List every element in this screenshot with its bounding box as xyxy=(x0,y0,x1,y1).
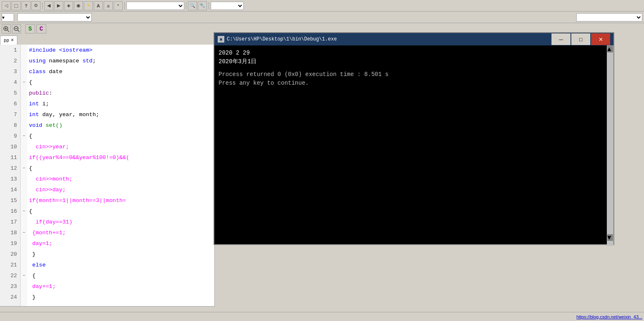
zoom-in-btn[interactable] xyxy=(2,24,11,33)
code-line-7[interactable]: int day, year, month; xyxy=(29,109,214,120)
next-btn[interactable]: ▶ xyxy=(54,1,63,10)
svg-line-1 xyxy=(7,30,9,32)
tab-name: pp xyxy=(4,38,9,43)
file-tab[interactable]: pp × xyxy=(0,36,17,45)
small-dropdown[interactable]: ▼ xyxy=(2,13,14,21)
code-line-14[interactable]: cin>>day; xyxy=(29,184,214,195)
code-line-9[interactable]: { xyxy=(29,131,214,141)
back-btn[interactable]: ◁ xyxy=(2,1,11,10)
fold-marker-12[interactable]: − xyxy=(21,163,27,174)
code-segment: #include <iostream> xyxy=(29,47,93,53)
tool-btn[interactable]: 🔧 xyxy=(198,1,207,10)
code-line-21[interactable]: else xyxy=(29,259,214,270)
svg-line-5 xyxy=(18,30,19,32)
code-line-3[interactable]: class date xyxy=(29,66,214,77)
line-number-7: 7 xyxy=(0,109,20,120)
bookmark-btn[interactable]: ◈ xyxy=(64,1,73,10)
zoom-out-btn[interactable] xyxy=(12,24,21,33)
code-line-16[interactable]: { xyxy=(29,206,214,216)
code-line-17[interactable]: if(day==31) xyxy=(29,216,214,227)
code-line-13[interactable]: cin>>month; xyxy=(29,174,214,184)
code-line-23[interactable]: day+=1; xyxy=(29,281,214,292)
code-line-6[interactable]: int i; xyxy=(29,98,214,109)
code-line-20[interactable]: } xyxy=(29,249,214,259)
code-segment: class xyxy=(29,69,46,75)
line-number-3: 3 xyxy=(0,66,20,77)
code-content[interactable]: #include <iostream>using namespace std;c… xyxy=(27,45,214,317)
fold-marker-8 xyxy=(21,120,27,131)
line-number-9: 9 xyxy=(0,131,20,141)
console-line-1: 2020年3月1日 xyxy=(219,57,609,66)
fold-marker-22[interactable]: − xyxy=(21,270,27,281)
toolbar-2: ▼ xyxy=(0,12,644,23)
line-number-1: 1 xyxy=(0,45,20,55)
fold-marker-4[interactable]: − xyxy=(21,77,27,88)
h-scrollbar[interactable] xyxy=(0,306,215,312)
code-line-19[interactable]: day=1; xyxy=(29,238,214,249)
code-line-8[interactable]: void set() xyxy=(29,120,214,131)
search-btn[interactable]: 🔍 xyxy=(188,1,197,10)
fold-marker-9[interactable]: − xyxy=(21,131,27,141)
line-number-24: 24 xyxy=(0,292,20,302)
status-url[interactable]: https://blog.csdn.net/weixin_43... xyxy=(576,314,642,319)
code-segment: date xyxy=(46,69,63,75)
code-line-10[interactable]: cin>>year; xyxy=(29,141,214,152)
code-segment: else xyxy=(29,262,46,268)
line-number-13: 13 xyxy=(0,174,20,184)
zoom-out-icon xyxy=(13,26,20,32)
prev-btn[interactable]: ◀ xyxy=(44,1,53,10)
code-line-2[interactable]: using namespace std; xyxy=(29,55,214,66)
fold-marker-16[interactable]: − xyxy=(21,206,27,216)
code-segment: void xyxy=(29,122,42,128)
code-segment: day+=1; xyxy=(29,283,56,290)
console-minimize-btn[interactable]: ─ xyxy=(551,33,570,45)
highlight-btn[interactable]: ✎ xyxy=(84,1,93,10)
code-line-5[interactable]: public: xyxy=(29,88,214,98)
case-a-btn[interactable]: A xyxy=(94,1,103,10)
scroll-down-btn[interactable]: ▼ xyxy=(607,234,613,241)
console-close-btn[interactable]: ✕ xyxy=(591,33,610,45)
fold-marker-7 xyxy=(21,109,27,120)
code-line-22[interactable]: { xyxy=(29,270,214,281)
fold-marker-20 xyxy=(21,249,27,259)
line-number-23: 23 xyxy=(0,281,20,292)
settings-btn[interactable]: ⚙ xyxy=(31,1,40,10)
build-dropdown[interactable] xyxy=(211,2,244,10)
code-segment: {month+=1; xyxy=(29,230,66,236)
console-body: 2020 2 292020年3月1日Process returned 0 (0x… xyxy=(214,45,613,244)
tab-bar: pp × xyxy=(0,35,215,45)
code-line-1[interactable]: #include <iostream> xyxy=(29,45,214,55)
scroll-up-btn[interactable]: ▲ xyxy=(607,46,613,52)
code-segment: if(month==1||month==3||month= xyxy=(29,197,126,204)
code-segment: day=1; xyxy=(29,240,52,247)
regex-btn[interactable]: * xyxy=(114,1,123,10)
code-line-4[interactable]: { xyxy=(29,77,214,88)
console-maximize-btn[interactable]: □ xyxy=(571,33,590,45)
new-btn[interactable]: □ xyxy=(12,1,21,10)
line-number-6: 6 xyxy=(0,98,20,109)
right-dropdown[interactable] xyxy=(576,13,642,21)
line-number-15: 15 xyxy=(0,195,20,206)
s-button[interactable]: S xyxy=(25,24,35,33)
code-line-12[interactable]: { xyxy=(29,163,214,174)
code-line-24[interactable]: } xyxy=(29,292,214,302)
file-dropdown[interactable] xyxy=(17,13,92,21)
code-line-11[interactable]: if((year%4==0&&year%100!=0)&&( xyxy=(29,152,214,163)
console-scrollbar[interactable]: ▲ ▼ xyxy=(607,45,613,246)
case-a2-btn[interactable]: a xyxy=(104,1,113,10)
help-btn[interactable]: ? xyxy=(21,1,31,10)
tab-close[interactable]: × xyxy=(11,38,14,43)
console-window: ▣ C:\Users\HP\Desktop\1\bin\Debug\1.exe … xyxy=(214,32,614,245)
line-number-14: 14 xyxy=(0,184,20,195)
bookmark2-btn[interactable]: ◉ xyxy=(74,1,83,10)
search-dropdown[interactable] xyxy=(126,2,184,10)
code-line-15[interactable]: if(month==1||month==3||month= xyxy=(29,195,214,206)
code-segment: { xyxy=(29,133,32,139)
fold-marker-21 xyxy=(21,259,27,270)
fold-marker-18[interactable]: − xyxy=(21,227,27,238)
line-number-18: 18 xyxy=(0,227,20,238)
fold-marker-1 xyxy=(21,45,27,55)
c-button[interactable]: C xyxy=(36,24,46,33)
console-app-icon: ▣ xyxy=(218,36,224,43)
code-line-18[interactable]: {month+=1; xyxy=(29,227,214,238)
